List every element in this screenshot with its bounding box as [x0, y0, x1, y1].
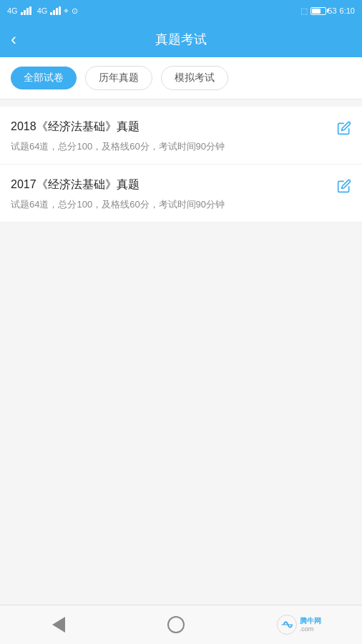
signal-icon-1: [21, 6, 31, 15]
nav-back-button[interactable]: [41, 607, 77, 643]
exam-desc-0: 试题64道，总分100，及格线60分，考试时间90分钟: [11, 140, 330, 153]
logo-text-main: 腾牛网: [300, 617, 321, 625]
logo-text-sub: .com: [300, 625, 321, 633]
tab-mock[interactable]: 模拟考试: [161, 66, 228, 90]
back-icon: ‹: [11, 29, 16, 49]
page-title: 真题考试: [155, 31, 207, 48]
status-right: ⬚ 53 6:10: [300, 6, 355, 16]
signal-icon-2: [50, 6, 61, 15]
battery-fill: [312, 9, 321, 14]
tab-all[interactable]: 全部试卷: [11, 67, 77, 89]
nav-home-button[interactable]: [158, 607, 194, 643]
signal-text-1: 4G: [7, 6, 18, 15]
status-left: 4G 4G ⌖ ⊙: [7, 6, 78, 16]
exam-title-0: 2018《经济法基础》真题: [11, 119, 330, 135]
bottom-nav: 腾牛网 .com: [0, 605, 362, 644]
exam-desc-1: 试题64道，总分100，及格线60分，考试时间90分钟: [11, 198, 330, 211]
tab-past[interactable]: 历年真题: [85, 66, 152, 90]
battery-percent: 53: [328, 6, 336, 15]
content-area: 2018《经济法基础》真题 试题64道，总分100，及格线60分，考试时间90分…: [0, 107, 362, 223]
battery-container: 53: [310, 6, 336, 15]
battery: [310, 7, 326, 15]
exam-item-1[interactable]: 2017《经济法基础》真题 试题64道，总分100，及格线60分，考试时间90分…: [0, 165, 362, 223]
back-button[interactable]: ‹: [11, 29, 16, 49]
signal-text-2: 4G: [37, 6, 48, 15]
back-triangle-icon: [52, 617, 65, 633]
tab-bar: 全部试卷 历年真题 模拟考试: [0, 57, 362, 99]
logo-area: 腾牛网 .com: [276, 614, 321, 635]
wifi-icon: ⌖: [64, 6, 69, 16]
clock-icon: ⊙: [72, 6, 78, 16]
status-bar: 4G 4G ⌖ ⊙ ⬚ 53 6:10: [0, 0, 362, 21]
logo-icon: [276, 614, 298, 635]
exam-info-1: 2017《经济法基础》真题 试题64道，总分100，及格线60分，考试时间90分…: [11, 177, 330, 211]
battery-icon: ⬚: [300, 6, 308, 16]
exam-title-1: 2017《经济法基础》真题: [11, 177, 330, 192]
exam-item-0[interactable]: 2018《经济法基础》真题 试题64道，总分100，及格线60分，考试时间90分…: [0, 107, 362, 165]
exam-info-0: 2018《经济法基础》真题 试题64道，总分100，及格线60分，考试时间90分…: [11, 119, 330, 153]
edit-icon-1[interactable]: [337, 179, 351, 197]
home-circle-icon: [167, 616, 185, 633]
header: ‹ 真题考试: [0, 21, 362, 57]
status-time: 6:10: [340, 6, 355, 15]
edit-icon-0[interactable]: [337, 121, 351, 139]
